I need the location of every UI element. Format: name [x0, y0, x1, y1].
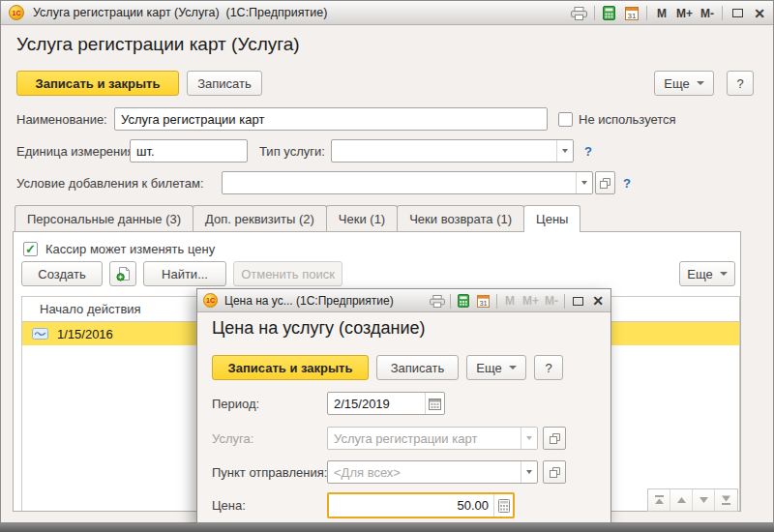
dialog-title: Цена на услугу (создание) — [212, 318, 425, 339]
memory-subtract-button[interactable]: M- — [700, 4, 715, 23]
dialog-save-button[interactable]: Записать — [376, 355, 459, 380]
app-logo-icon: 1С — [203, 293, 218, 308]
service-type-combo[interactable] — [331, 139, 574, 163]
memory-subtract-button: M- — [544, 291, 559, 310]
memory-recall-button[interactable]: M — [654, 4, 670, 23]
close-button[interactable]: ✕ — [590, 291, 606, 310]
service-type-label: Тип услуги: — [259, 144, 325, 159]
tab-return-receipts[interactable]: Чеки возврата (1) — [397, 205, 524, 231]
arrow-down-icon — [699, 495, 709, 505]
calendar-picker-button[interactable] — [425, 393, 444, 414]
dropdown-arrow-icon[interactable] — [556, 140, 573, 162]
tab-prices[interactable]: Цены — [523, 205, 580, 232]
ticket-condition-combo[interactable] — [222, 171, 593, 194]
tab-personal-data[interactable]: Персональные данные (3) — [15, 205, 194, 231]
save-and-close-button[interactable]: Записать и закрыть — [16, 71, 179, 96]
arrow-bottom-icon — [721, 495, 731, 505]
more-button[interactable]: Еще — [654, 71, 714, 96]
cancel-search-button[interactable]: Отменить поиск — [233, 261, 342, 286]
service-label: Услуга: — [212, 431, 253, 446]
ticket-condition-input[interactable] — [223, 172, 576, 193]
service-field — [327, 427, 538, 450]
period-label: Период: — [212, 397, 259, 411]
copy-document-icon — [116, 266, 131, 281]
print-icon[interactable] — [430, 291, 445, 310]
dialog-titlebar: 1С Цена на ус... (1С:Предприятие) 31 M M… — [197, 289, 610, 312]
price-input[interactable] — [329, 494, 493, 517]
not-used-label: Не используется — [579, 112, 676, 127]
name-label: Наименование: — [16, 112, 107, 127]
chevron-down-icon — [720, 272, 728, 276]
create-button[interactable]: Создать — [21, 261, 103, 286]
move-up-button[interactable] — [670, 489, 693, 511]
ticket-condition-help-link[interactable]: ? — [623, 176, 631, 191]
departure-point-open-button[interactable] — [543, 460, 566, 484]
memory-recall-button: M — [502, 291, 518, 310]
tab-receipts[interactable]: Чеки (1) — [326, 205, 398, 231]
create-by-copy-button[interactable] — [109, 261, 136, 286]
period-field[interactable] — [327, 392, 445, 415]
memory-add-button[interactable]: M+ — [676, 4, 693, 23]
departure-point-input[interactable] — [328, 461, 521, 483]
titlebar-separator — [722, 6, 723, 20]
titlebar-separator — [564, 294, 565, 309]
window-bottom-edge — [0, 523, 774, 532]
tab-additional-attributes[interactable]: Доп. реквизиты (2) — [193, 205, 327, 231]
service-input — [328, 428, 521, 449]
price-label: Цена: — [212, 498, 246, 513]
calendar-small-icon — [429, 398, 441, 410]
service-type-input[interactable] — [332, 140, 556, 162]
calculator-icon[interactable] — [456, 291, 471, 310]
close-button[interactable]: ✕ — [752, 4, 767, 23]
maximize-button[interactable] — [570, 291, 585, 310]
main-window-title: Услуга регистрации карт (Услуга) (1С:Пре… — [33, 6, 327, 19]
go-to-last-button[interactable] — [715, 489, 737, 511]
unit-input[interactable] — [130, 139, 248, 163]
open-list-button[interactable] — [595, 171, 615, 194]
price-field-focused[interactable] — [327, 492, 515, 518]
move-down-button[interactable] — [693, 489, 715, 511]
dialog-more-button[interactable]: Еще — [466, 355, 526, 380]
arrow-top-icon — [654, 495, 665, 505]
maximize-button[interactable] — [729, 4, 745, 23]
service-open-button[interactable] — [543, 427, 566, 450]
find-button[interactable]: Найти... — [143, 261, 226, 286]
price-dialog: 1С Цена на ус... (1С:Предприятие) 31 M M… — [196, 288, 611, 523]
dropdown-arrow-icon — [521, 428, 537, 449]
open-icon — [600, 178, 610, 189]
period-input[interactable] — [328, 393, 425, 414]
dialog-help-button[interactable]: ? — [534, 355, 563, 380]
panel-more-button[interactable]: Еще — [679, 261, 735, 286]
calculator-icon[interactable] — [602, 4, 617, 23]
ticket-condition-label: Условие добавления к билетам: — [16, 176, 204, 191]
list-navigation-buttons — [647, 488, 738, 512]
row-start-date: 1/15/2016 — [57, 327, 113, 341]
chevron-down-icon — [509, 366, 517, 369]
chevron-down-icon — [697, 81, 704, 85]
go-to-first-button[interactable] — [648, 489, 670, 511]
name-input[interactable] — [114, 107, 548, 131]
print-icon[interactable] — [571, 4, 587, 23]
calculator-small-icon — [498, 499, 510, 513]
calculator-picker-button[interactable] — [493, 494, 513, 517]
help-button[interactable]: ? — [727, 71, 754, 96]
checkmark-icon: ✓ — [25, 243, 36, 255]
dialog-window-title: Цена на ус... (1С:Предприятие) — [224, 294, 394, 308]
cashier-can-change-price-label: Кассир может изменять цену — [45, 242, 215, 256]
svg-text:31: 31 — [628, 12, 637, 20]
calendar-icon[interactable]: 31 — [624, 4, 640, 23]
not-used-checkbox[interactable] — [558, 112, 573, 127]
dropdown-arrow-icon[interactable] — [521, 461, 537, 483]
titlebar-separator — [594, 6, 595, 20]
titlebar-separator — [450, 294, 451, 309]
dialog-save-and-close-button[interactable]: Записать и закрыть — [212, 355, 369, 380]
service-type-help-link[interactable]: ? — [584, 144, 592, 159]
dropdown-arrow-icon[interactable] — [576, 172, 592, 193]
tab-bar: Персональные данные (3) Доп. реквизиты (… — [15, 205, 580, 232]
calendar-icon[interactable]: 31 — [476, 291, 491, 310]
svg-text:31: 31 — [480, 299, 488, 308]
cashier-can-change-price-checkbox[interactable]: ✓ — [23, 242, 38, 256]
save-button[interactable]: Записать — [187, 71, 262, 96]
departure-point-combo[interactable] — [327, 460, 538, 484]
record-icon — [32, 328, 48, 340]
